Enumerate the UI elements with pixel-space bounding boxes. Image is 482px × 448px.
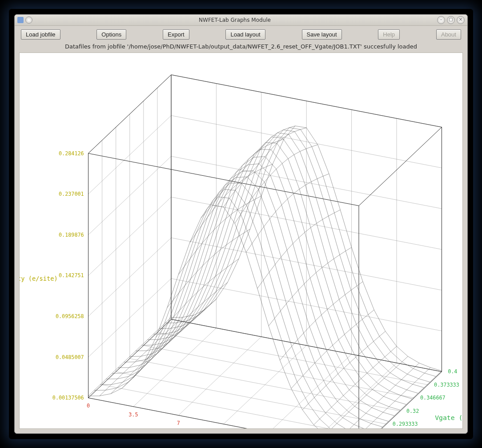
svg-line-23 bbox=[130, 359, 400, 411]
svg-line-53 bbox=[359, 127, 442, 206]
svg-text:0.142751: 0.142751 bbox=[59, 272, 84, 278]
svg-line-28 bbox=[269, 354, 351, 428]
svg-text:0.32: 0.32 bbox=[406, 408, 419, 414]
toolbar: Load jobfile Options Export Load layout … bbox=[15, 26, 467, 42]
window-title: NWFET-Lab Graphs Module bbox=[32, 17, 437, 23]
svg-text:Vgate (V): Vgate (V) bbox=[435, 414, 462, 421]
svg-text:0.284126: 0.284126 bbox=[59, 150, 84, 157]
svg-text:0.293333: 0.293333 bbox=[393, 421, 418, 427]
svg-line-35 bbox=[157, 332, 428, 385]
svg-text:0.346667: 0.346667 bbox=[420, 395, 446, 401]
load-layout-button[interactable]: Load layout bbox=[225, 29, 265, 40]
save-layout-button[interactable]: Save layout bbox=[302, 29, 342, 40]
app-icon bbox=[17, 17, 24, 23]
svg-text:0: 0 bbox=[87, 403, 90, 409]
load-jobfile-button[interactable]: Load jobfile bbox=[21, 29, 60, 40]
svg-text:3.5: 3.5 bbox=[129, 412, 138, 418]
app-window: NWFET-Lab Graphs Module – ▢ × Load jobfi… bbox=[14, 14, 468, 434]
svg-line-52 bbox=[88, 153, 359, 206]
help-button[interactable]: Help bbox=[378, 29, 400, 40]
titlebar-menu-icon[interactable] bbox=[25, 16, 32, 24]
svg-text:0.0956258: 0.0956258 bbox=[56, 313, 84, 319]
surface-plot: 0.001375060.04850070.09562580.1427510.18… bbox=[20, 53, 462, 428]
svg-text:0.373333: 0.373333 bbox=[434, 382, 459, 388]
svg-text:0.4: 0.4 bbox=[448, 368, 457, 375]
svg-text:0.189876: 0.189876 bbox=[59, 232, 84, 238]
close-button[interactable]: × bbox=[457, 16, 465, 24]
options-button[interactable]: Options bbox=[96, 29, 126, 40]
svg-text:density (e/site): density (e/site) bbox=[20, 275, 58, 282]
svg-text:0.00137506: 0.00137506 bbox=[52, 395, 84, 401]
svg-text:0.237001: 0.237001 bbox=[59, 191, 84, 197]
svg-text:7: 7 bbox=[177, 420, 180, 426]
about-button[interactable]: About bbox=[436, 29, 461, 40]
plot-area[interactable]: 0.001375060.04850070.09562580.1427510.18… bbox=[19, 52, 463, 429]
status-bar: Datafiles from jobfile '/home/jose/PhD/N… bbox=[15, 42, 467, 52]
titlebar: NWFET-Lab Graphs Module – ▢ × bbox=[15, 15, 467, 26]
export-button[interactable]: Export bbox=[163, 29, 189, 40]
maximize-button[interactable]: ▢ bbox=[447, 16, 455, 24]
minimize-button[interactable]: – bbox=[437, 16, 445, 24]
svg-text:0.0485007: 0.0485007 bbox=[56, 354, 84, 360]
